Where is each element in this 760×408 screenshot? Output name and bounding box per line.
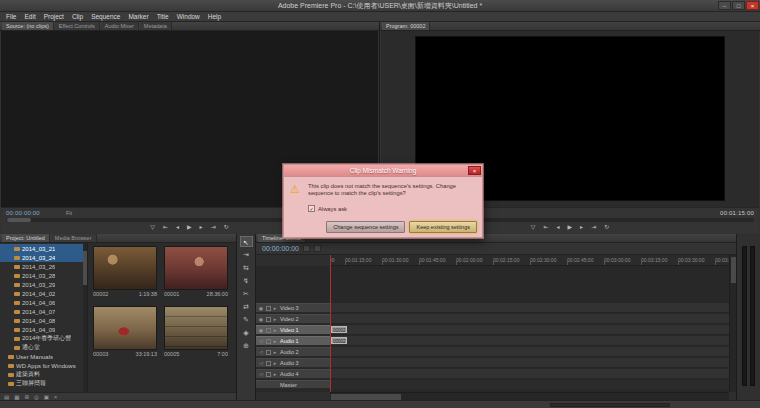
add-marker-icon[interactable]: ▽ bbox=[150, 222, 155, 233]
tree-item[interactable]: WD Apps for Windows bbox=[0, 361, 87, 370]
track-visibility-icon[interactable]: ◁ bbox=[258, 360, 264, 366]
snap-icon[interactable] bbox=[303, 245, 310, 252]
track-lock-icon[interactable] bbox=[266, 317, 271, 322]
track-header[interactable]: ◁ ▸ Audio 4 bbox=[256, 369, 330, 379]
tree-item[interactable]: 建築資料 bbox=[0, 370, 87, 379]
tree-scrollbar[interactable] bbox=[83, 243, 87, 392]
track-content[interactable] bbox=[330, 369, 729, 379]
tree-item[interactable]: 2014_04_07 bbox=[0, 307, 87, 316]
timeline-ruler[interactable]: 00:01:00:0000:01:15:0000:01:30:0000:01:4… bbox=[330, 255, 729, 266]
track-twirl-icon[interactable]: ▸ bbox=[273, 316, 277, 322]
track-header[interactable]: ▸ Master bbox=[256, 380, 330, 389]
menu-item[interactable]: Title bbox=[153, 12, 173, 22]
track-lock-icon[interactable] bbox=[266, 339, 271, 344]
track-twirl-icon[interactable]: ▸ bbox=[273, 305, 277, 311]
maximize-button[interactable]: □ bbox=[732, 1, 745, 10]
track-content[interactable] bbox=[330, 314, 729, 324]
tree-item[interactable]: 2014年春季研心營 bbox=[0, 334, 87, 343]
tree-item[interactable]: 2014_04_08 bbox=[0, 316, 87, 325]
tree-item[interactable]: 2014_03_24 bbox=[0, 253, 87, 262]
add-marker-icon[interactable]: ▽ bbox=[531, 222, 536, 233]
step-forward-icon[interactable]: ▸ bbox=[200, 222, 203, 233]
project-clip[interactable]: 00001 28:36:00 bbox=[164, 246, 228, 302]
tree-item[interactable]: 通心堂 bbox=[0, 343, 87, 352]
track-content[interactable] bbox=[330, 358, 729, 368]
tree-item[interactable]: 2014_04_09 bbox=[0, 325, 87, 334]
timeline-horizontal-scrollbar[interactable] bbox=[330, 392, 729, 400]
tree-item[interactable]: 2014_03_28 bbox=[0, 271, 87, 280]
menu-item[interactable]: Sequence bbox=[87, 12, 124, 22]
track-visibility-icon[interactable]: ◉ bbox=[258, 305, 264, 311]
track-header[interactable]: ◉ ▸ Video 3 bbox=[256, 303, 330, 313]
track-twirl-icon[interactable]: ▸ bbox=[273, 338, 277, 344]
selection-tool[interactable]: ↖ bbox=[240, 236, 253, 247]
tree-item[interactable]: 2014_03_29 bbox=[0, 280, 87, 289]
tree-item[interactable]: 2014_04_02 bbox=[0, 289, 87, 298]
go-to-out-icon[interactable]: ⇥ bbox=[211, 222, 216, 233]
panel-tab[interactable]: Audio Mixer bbox=[101, 22, 139, 30]
timeline-clip[interactable]: 00002 bbox=[331, 337, 347, 344]
ripple-edit-tool[interactable]: ⇆ bbox=[240, 262, 253, 273]
play-icon[interactable]: ▶ bbox=[567, 222, 572, 233]
step-back-icon[interactable]: ◂ bbox=[556, 222, 559, 233]
loop-icon[interactable]: ↻ bbox=[604, 222, 609, 233]
track-lock-icon[interactable] bbox=[266, 361, 271, 366]
tree-item[interactable]: 三聯屏簡報 bbox=[0, 379, 87, 388]
tree-scrollbar-thumb[interactable] bbox=[83, 251, 87, 285]
go-to-in-icon[interactable]: ⇤ bbox=[543, 222, 548, 233]
track-lock-icon[interactable] bbox=[266, 350, 271, 355]
step-forward-icon[interactable]: ▸ bbox=[580, 222, 583, 233]
track-header[interactable]: ◁ ▸ Audio 1 bbox=[256, 336, 330, 346]
slip-tool[interactable]: ⇄ bbox=[240, 301, 253, 312]
track-content[interactable]: 00002 bbox=[330, 325, 729, 335]
track-header[interactable]: ◉ ▸ Video 2 bbox=[256, 314, 330, 324]
track-header[interactable]: ◁ ▸ Audio 3 bbox=[256, 358, 330, 368]
close-button[interactable]: × bbox=[746, 1, 759, 10]
clip-thumbnail[interactable] bbox=[164, 246, 228, 290]
track-twirl-icon[interactable]: ▸ bbox=[273, 360, 277, 366]
razor-tool[interactable]: ✂ bbox=[240, 288, 253, 299]
tree-item[interactable]: 2014_03_21 bbox=[0, 244, 87, 253]
menu-item[interactable]: Help bbox=[204, 12, 225, 22]
project-clip[interactable]: 00002 1:19:38 bbox=[93, 246, 157, 302]
tree-item[interactable]: 2014_03_26 bbox=[0, 262, 87, 271]
track-visibility-icon[interactable]: ◁ bbox=[258, 371, 264, 377]
track-visibility-icon[interactable]: ◉ bbox=[258, 316, 264, 322]
menu-item[interactable]: Edit bbox=[20, 12, 39, 22]
menu-item[interactable]: Marker bbox=[124, 12, 152, 22]
track-lock-icon[interactable] bbox=[266, 328, 271, 333]
menu-item[interactable]: File bbox=[2, 12, 20, 22]
track-visibility-icon[interactable]: ◉ bbox=[258, 327, 264, 333]
track-content[interactable]: 00002 bbox=[330, 336, 729, 346]
track-visibility-icon[interactable]: ◁ bbox=[258, 349, 264, 355]
set-marker-icon[interactable] bbox=[314, 245, 321, 252]
playhead[interactable] bbox=[330, 255, 331, 392]
panel-tab[interactable]: Program: 00002 bbox=[382, 22, 430, 30]
project-clip[interactable]: 00005 7:00 bbox=[164, 306, 228, 362]
track-twirl-icon[interactable]: ▸ bbox=[273, 327, 277, 333]
track-visibility-icon[interactable]: ◁ bbox=[258, 338, 264, 344]
track-content[interactable] bbox=[330, 380, 729, 389]
project-clip[interactable]: 00003 33:19:13 bbox=[93, 306, 157, 362]
track-lock-icon[interactable] bbox=[266, 372, 271, 377]
track-header[interactable]: ◉ ▸ Video 1 bbox=[256, 325, 330, 335]
timeline-clip[interactable]: 00002 bbox=[331, 326, 347, 333]
play-icon[interactable]: ▶ bbox=[187, 222, 192, 233]
track-select-tool[interactable]: ⇥ bbox=[240, 249, 253, 260]
menu-item[interactable]: Window bbox=[173, 12, 204, 22]
dialog-close-button[interactable]: × bbox=[468, 166, 481, 175]
pen-tool[interactable]: ✎ bbox=[240, 314, 253, 325]
clip-thumbnail[interactable] bbox=[93, 306, 157, 350]
rate-stretch-tool[interactable]: ↯ bbox=[240, 275, 253, 286]
always-ask-checkbox[interactable]: ✓ bbox=[308, 205, 315, 212]
tree-item[interactable]: 2014_04_06 bbox=[0, 298, 87, 307]
tree-item[interactable]: User Manuals bbox=[0, 352, 87, 361]
dialog-button[interactable]: Keep existing settings bbox=[409, 221, 477, 233]
clip-thumbnail[interactable] bbox=[164, 306, 228, 350]
panel-tab[interactable]: Source: (no clips) bbox=[2, 22, 54, 30]
timeline-vertical-scrollbar[interactable] bbox=[729, 255, 736, 392]
go-to-in-icon[interactable]: ⇤ bbox=[163, 222, 168, 233]
source-zoom-select[interactable]: Fit bbox=[66, 210, 72, 216]
step-back-icon[interactable]: ◂ bbox=[176, 222, 179, 233]
hand-tool[interactable]: ◈ bbox=[240, 327, 253, 338]
